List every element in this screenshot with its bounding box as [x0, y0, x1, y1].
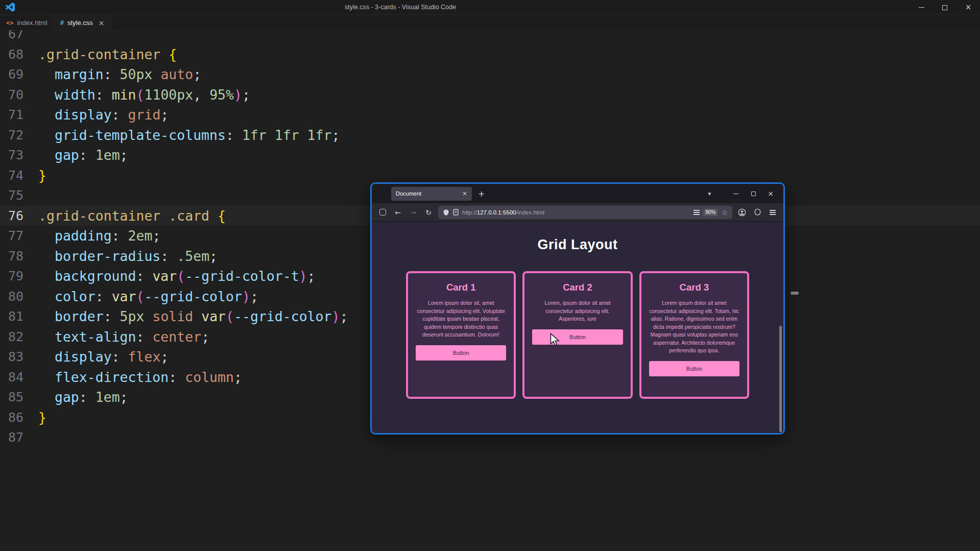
code-line[interactable]: 70 width: min(1100px, 95%); — [0, 85, 980, 105]
reader-mode-icon[interactable] — [694, 210, 700, 211]
firefox-view-button[interactable] — [377, 206, 388, 219]
vscode-logo-icon[interactable] — [6, 3, 15, 12]
line-number: 81 — [0, 306, 23, 327]
scrollbar-fragment — [791, 292, 799, 295]
cards-grid: Card 1Lorem ipsum dolor sit, amet consec… — [406, 271, 749, 399]
code-text: gap: 1em; — [38, 145, 128, 165]
code-line[interactable]: 69 margin: 50px auto; — [0, 64, 980, 85]
line-number: 85 — [0, 387, 23, 408]
url-text[interactable]: http://127.0.0.1:5500/index.html — [462, 209, 544, 215]
close-button[interactable]: × — [957, 0, 980, 15]
browser-tab-title: Document — [396, 190, 462, 197]
browser-window: Document × + ▾ × ← → ↻ — [370, 182, 785, 435]
page-scrollbar[interactable] — [779, 326, 782, 432]
menu-button[interactable] — [767, 206, 778, 219]
code-text: grid-template-columns: 1fr 1fr 1fr; — [38, 125, 340, 146]
maximize-icon — [942, 5, 947, 10]
card: Card 1Lorem ipsum dolor sit, amet consec… — [406, 271, 516, 399]
hamburger-menu-icon — [770, 210, 776, 211]
browser-close-button[interactable]: × — [762, 186, 779, 201]
browser-minimize-button[interactable] — [727, 186, 745, 201]
code-text: text-align: center; — [38, 327, 209, 347]
line-number: 74 — [0, 165, 23, 186]
reload-button[interactable]: ↻ — [423, 206, 434, 219]
code-text: flex-direction: column; — [38, 367, 242, 388]
card-button[interactable]: Button — [416, 345, 506, 361]
browser-tab-close-icon[interactable]: × — [462, 190, 467, 197]
code-text: display: grid; — [38, 105, 169, 125]
code-line[interactable]: 67 — [0, 30, 980, 44]
line-number: 83 — [0, 347, 23, 367]
line-number: 73 — [0, 145, 23, 165]
line-number: 76 — [0, 206, 23, 226]
minimize-icon — [733, 194, 738, 194]
line-number: 77 — [0, 226, 23, 246]
list-tabs-chevron-icon[interactable]: ▾ — [708, 190, 711, 197]
line-number: 67 — [0, 30, 23, 44]
code-text: padding: 2em; — [38, 226, 160, 246]
browser-maximize-button[interactable] — [745, 186, 762, 201]
tab-style-css[interactable]: # style.css × — [54, 15, 111, 30]
shield-icon[interactable] — [443, 209, 449, 216]
bookmark-star-icon[interactable]: ☆ — [721, 208, 728, 217]
zoom-level-badge[interactable]: 80% — [703, 209, 718, 216]
minimize-icon — [919, 7, 924, 8]
code-text: color: var(--grid-color); — [38, 286, 258, 307]
new-tab-button[interactable]: + — [478, 189, 485, 199]
account-button[interactable] — [736, 206, 748, 219]
minimize-button[interactable] — [910, 0, 933, 15]
line-number: 84 — [0, 367, 23, 388]
url-scheme: http:// — [462, 209, 477, 215]
line-number: 72 — [0, 125, 23, 146]
line-number: 78 — [0, 246, 23, 267]
line-number: 71 — [0, 105, 23, 125]
code-text: border: 5px solid var(--grid-color); — [38, 306, 348, 327]
close-icon: × — [768, 189, 774, 198]
code-text: background: var(--grid-color-t); — [38, 266, 316, 286]
code-text: } — [38, 408, 46, 428]
browser-tab-document[interactable]: Document × — [391, 187, 472, 201]
tab-index-html[interactable]: <> index.html — [0, 15, 54, 30]
html-file-icon: <> — [6, 19, 13, 27]
code-text: .grid-container .card { — [38, 206, 226, 226]
maximize-icon — [751, 191, 756, 196]
card: Card 2Lorem, ipsum dolor sit amet consec… — [522, 271, 632, 399]
card-title: Card 1 — [416, 282, 506, 293]
tab-label: index.html — [17, 19, 47, 27]
line-number: 80 — [0, 286, 23, 307]
url-host: 127.0.0.1:5500 — [477, 209, 516, 215]
css-file-icon: # — [60, 19, 64, 27]
card: Card 3Lorem ipsum dolor sit amet consect… — [639, 271, 749, 399]
line-number: 75 — [0, 185, 23, 206]
extensions-button[interactable] — [752, 206, 763, 219]
code-line[interactable]: 68.grid-container { — [0, 44, 980, 65]
tab-close-icon[interactable]: × — [99, 19, 105, 27]
tab-label: style.css — [67, 19, 93, 27]
forward-button[interactable]: → — [408, 206, 419, 219]
code-line[interactable]: 71 display: grid; — [0, 105, 980, 125]
browser-window-controls: ▾ × — [708, 186, 779, 201]
line-number: 86 — [0, 408, 23, 428]
line-number: 68 — [0, 44, 23, 65]
page-info-icon[interactable] — [453, 209, 459, 215]
card-button[interactable]: Button — [649, 361, 739, 376]
card-title: Card 3 — [649, 282, 739, 293]
code-text: margin: 50px auto; — [38, 64, 201, 85]
browser-tabbar: Document × + ▾ × — [372, 184, 783, 203]
card-button[interactable]: Button — [532, 329, 623, 345]
window-controls: × — [910, 0, 980, 15]
code-line[interactable]: 73 gap: 1em; — [0, 145, 980, 165]
line-number: 79 — [0, 266, 23, 286]
browser-toolbar: ← → ↻ http://127.0.0.1:5500/index.html 8… — [372, 203, 783, 222]
address-bar[interactable]: http://127.0.0.1:5500/index.html 80% ☆ — [438, 206, 732, 219]
back-button[interactable]: ← — [392, 206, 403, 219]
line-number: 87 — [0, 427, 23, 448]
card-text: Lorem ipsum dolor sit, amet consectetur … — [416, 299, 506, 339]
editor-tabbar: <> index.html # style.css × — [0, 15, 980, 30]
line-number: 70 — [0, 85, 23, 105]
maximize-button[interactable] — [933, 0, 957, 15]
account-icon — [738, 208, 746, 217]
web-page: Grid Layout Card 1Lorem ipsum dolor sit,… — [372, 222, 783, 433]
code-line[interactable]: 72 grid-template-columns: 1fr 1fr 1fr; — [0, 125, 980, 146]
firefox-view-icon — [379, 209, 386, 215]
